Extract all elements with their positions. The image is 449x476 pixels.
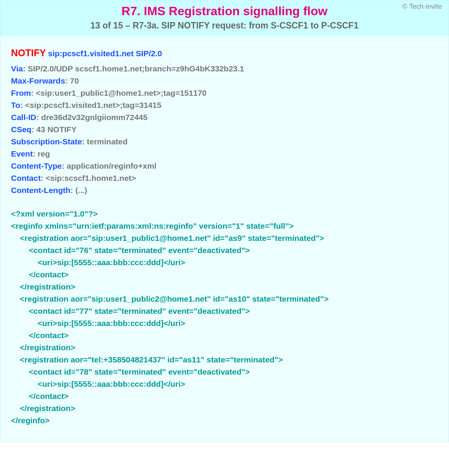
sip-header-value: 43 NOTIFY xyxy=(36,125,77,134)
sip-header-name: Event xyxy=(11,149,33,158)
sip-header-line: Via: SIP/2.0/UDP scscf1.home1.net;branch… xyxy=(11,63,438,75)
sip-header-line: CSeq: 43 NOTIFY xyxy=(11,123,438,136)
sip-header-separator: : xyxy=(20,101,25,109)
sip-header-name: Content-Type xyxy=(11,161,62,170)
xml-payload: <?xml version="1.0"?> <reginfo xmlns="ur… xyxy=(11,208,438,427)
sip-header-separator: : xyxy=(62,161,67,170)
sip-header-value: terminated xyxy=(87,137,128,146)
sip-header-line: From: <sip:user1_public1@home1.net>;tag=… xyxy=(11,87,438,99)
sip-header-separator: : xyxy=(82,137,87,146)
sip-header-value: reg xyxy=(38,149,50,158)
sip-header-name: Call-ID xyxy=(11,113,36,122)
sip-header-line: Call-ID: dre36d2v32gnlgiiomm72445 xyxy=(11,111,438,123)
sip-header-name: Contact xyxy=(11,174,41,182)
page-title: R7. IMS Registration signalling flow xyxy=(8,4,441,18)
sip-header-value: <sip:pcscf1.visited1.net>;tag=31415 xyxy=(25,101,161,109)
sip-header-value: dre36d2v32gnlgiiomm72445 xyxy=(41,113,147,122)
sip-header-name: From xyxy=(11,89,31,97)
sip-header-line: Event: reg xyxy=(11,148,438,160)
message-body: NOTIFY sip:pcscf1.visited1.net SIP/2.0 V… xyxy=(0,36,449,442)
sip-header-name: Max-Forwards xyxy=(11,76,65,85)
sip-header-line: Max-Forwards: 70 xyxy=(11,75,438,87)
sip-request-uri: sip:pcscf1.visited1.net SIP/2.0 xyxy=(48,49,162,58)
sip-header-name: To xyxy=(11,101,20,109)
sip-header-name: Via xyxy=(11,64,23,73)
sip-header-line: Content-Length: (...) xyxy=(11,184,438,196)
sip-header-separator: : xyxy=(23,64,28,73)
sip-header-separator: : xyxy=(65,76,70,85)
sip-header-line: Subscription-State: terminated xyxy=(11,136,438,148)
sip-header-value: (...) xyxy=(75,186,87,195)
sip-header-name: Content-Length xyxy=(11,186,70,195)
sip-header-separator: : xyxy=(32,125,36,134)
sip-request-line: NOTIFY sip:pcscf1.visited1.net SIP/2.0 xyxy=(11,47,438,60)
sip-header-separator: : xyxy=(41,174,46,182)
page-subtitle: 13 of 15 – R7-3a. SIP NOTIFY request: fr… xyxy=(8,21,441,31)
sip-header-separator: : xyxy=(70,186,75,195)
copyright-notice: © Tech-invite xyxy=(402,3,442,11)
sip-header-line: To: <sip:pcscf1.visited1.net>;tag=31415 xyxy=(11,99,438,111)
sip-header-name: CSeq xyxy=(11,125,32,134)
sip-header-value: <sip:scscf1.home1.net> xyxy=(46,174,136,182)
sip-header-value: application/reginfo+xml xyxy=(67,161,157,170)
sip-header-separator: : xyxy=(36,113,41,122)
sip-header-name: Subscription-State xyxy=(11,137,82,146)
document-page: © Tech-invite R7. IMS Registration signa… xyxy=(0,0,449,442)
sip-header-separator: : xyxy=(33,149,38,158)
sip-headers: Via: SIP/2.0/UDP scscf1.home1.net;branch… xyxy=(11,63,438,196)
sip-method: NOTIFY xyxy=(11,47,46,58)
sip-header-line: Contact: <sip:scscf1.home1.net> xyxy=(11,172,438,184)
sip-header-line: Content-Type: application/reginfo+xml xyxy=(11,160,438,172)
sip-header-value: SIP/2.0/UDP scscf1.home1.net;branch=z9hG… xyxy=(28,64,244,73)
sip-header-value: <sip:user1_public1@home1.net>;tag=151170 xyxy=(36,89,206,97)
sip-header-separator: : xyxy=(31,89,36,97)
sip-header-value: 70 xyxy=(70,76,79,85)
header-banner: © Tech-invite R7. IMS Registration signa… xyxy=(0,0,449,36)
